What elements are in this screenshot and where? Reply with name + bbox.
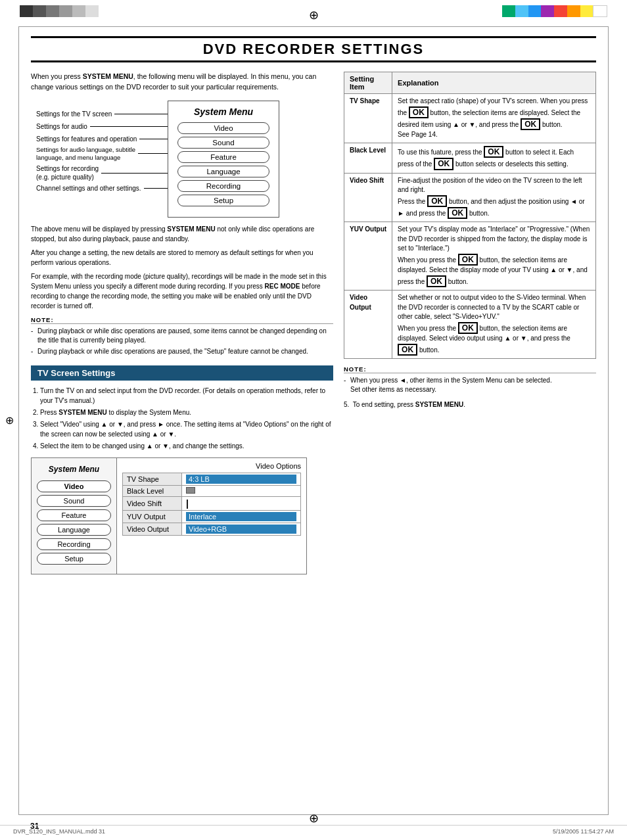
label-language-text: Settings for audio language, subtitlelan… [36, 146, 135, 162]
note-item-1: During playback or while disc operations… [31, 327, 333, 345]
tv-menu2-item-feature: Feature [37, 509, 111, 521]
tvshape-value: 4:3 LB [186, 475, 296, 484]
table-row-tvshape: TV Shape Set the aspect ratio (shape) of… [344, 94, 596, 143]
label-tv-screen: Settings for the TV screen [36, 110, 168, 118]
step-4: Select the item to be changed using ▲ or… [40, 441, 333, 451]
tv-menu2-item-sound: Sound [37, 495, 111, 507]
table-item-videooutput: VideoOutput [344, 291, 392, 359]
note-item-2: During playback or while disc operations… [31, 347, 333, 356]
option-val-tvshape: 4:3 LB [182, 473, 301, 485]
table-row-videooutput: VideoOutput Set whether or not to output… [344, 291, 596, 359]
option-label-videoout: Video Output [123, 523, 182, 535]
right-note-section: NOTE: When you press ◄, other items in t… [344, 365, 596, 394]
option-val-videoshift: | [182, 496, 301, 510]
ok-btn-10: OK [398, 344, 417, 356]
menu-item-sound: Sound [177, 137, 269, 149]
right-note-title: NOTE: [344, 365, 596, 373]
label-channel-line [144, 188, 168, 189]
footer-right: 5/19/2005 11:54:27 AM [553, 828, 614, 835]
tv-menu2-item-setup: Setup [37, 553, 111, 565]
reg-mark-left: ⊕ [5, 414, 14, 427]
reg-mark-bottom: ⊕ [309, 811, 319, 826]
ok-btn-8: OK [427, 275, 446, 287]
ok-btn-6: OK [448, 207, 467, 219]
table-row-blacklevel: Black Level To use this fuature, press t… [344, 143, 596, 173]
label-audio-line [90, 126, 168, 127]
option-row-videoout: Video Output Video+RGB [123, 523, 301, 535]
table-row-yuv: YUV Output Set your TV's display mode as… [344, 222, 596, 291]
menu-item-feature: Feature [177, 151, 269, 163]
grayscale-bar [20, 5, 99, 17]
ok-btn-7: OK [458, 254, 478, 266]
option-label-blacklevel: Black Level [123, 485, 182, 496]
body-para-2: After you change a setting, the new deta… [31, 248, 333, 268]
option-row-blacklevel: Black Level [123, 485, 301, 496]
menu-item-video: Video [177, 122, 269, 134]
label-tv-screen-text: Settings for the TV screen [36, 110, 112, 118]
tv-menu-left: System Menu Video Sound Feature Language… [32, 458, 117, 574]
tv-menu2-item-recording: Recording [37, 538, 111, 550]
option-row-tvshape: TV Shape 4:3 LB [123, 473, 301, 485]
system-menu-box: System Menu Video Sound Feature Language… [168, 101, 279, 218]
tv-screen-menu-wrapper: System Menu Video Sound Feature Language… [31, 457, 307, 574]
table-exp-videoshift: Fine-adjust the position of the video on… [392, 173, 596, 222]
note-title-1: NOTE: [31, 316, 333, 324]
right-column: Setting Item Explanation TV Shape Set th… [344, 72, 596, 574]
label-tv-screen-line [114, 114, 168, 114]
page-title: DVD RECORDER SETTINGS [31, 36, 596, 62]
label-features-text: Settings for features and operation [36, 135, 137, 143]
label-channel-text: Channel settings and other settings. [36, 184, 141, 193]
main-content: When you press SYSTEM MENU, the followin… [31, 72, 596, 574]
label-language-line [138, 153, 168, 154]
label-recording-line [101, 173, 168, 174]
label-audio: Settings for audio [36, 122, 168, 131]
ok-btn-2: OK [521, 118, 540, 130]
right-note-item-1: When you press ◄, other items in the Sys… [344, 376, 596, 394]
label-recording: Settings for recording(e.g. picture qual… [36, 164, 168, 181]
video-options-title: Video Options [122, 462, 301, 470]
label-features-line [139, 139, 168, 139]
step5-text: 5. To end setting, press SYSTEM MENU. [344, 400, 596, 409]
ok-btn-4: OK [434, 158, 453, 170]
tv-menu2-item-video: Video [37, 480, 111, 492]
menu-item-setup: Setup [177, 195, 269, 206]
table-exp-tvshape: Set the aspect ratio (shape) of your TV'… [392, 94, 596, 143]
body-para-3: For example, with the recording mode (pi… [31, 271, 333, 311]
menu-item-language: Language [177, 166, 269, 177]
table-row-videoshift: Video Shift Fine-adjust the position of … [344, 173, 596, 222]
footer-left: DVR_S120_INS_MANUAL.mdd 31 [13, 828, 105, 835]
label-audio-text: Settings for audio [36, 122, 87, 131]
col-header-setting: Setting Item [344, 72, 392, 94]
label-channel: Channel settings and other settings. [36, 184, 168, 193]
page-border: DVD RECORDER SETTINGS When you press SYS… [18, 26, 609, 815]
option-val-yuv: Interlace [182, 510, 301, 523]
tv-menu2-title: System Menu [37, 465, 111, 474]
table-item-blacklevel: Black Level [344, 143, 392, 173]
note-section-1: NOTE: During playback or while disc oper… [31, 316, 333, 356]
color-bar [502, 5, 607, 17]
menu-box-title: System Menu [177, 106, 269, 117]
intro-text: When you press SYSTEM MENU, the followin… [31, 72, 333, 93]
system-menu-ref1: SYSTEM MENU [83, 72, 133, 80]
table-exp-yuv: Set your TV's display mode as "Interlace… [392, 222, 596, 291]
option-val-videoout: Video+RGB [182, 523, 301, 535]
ok-btn-3: OK [484, 146, 503, 158]
step-3: Select "Video" using ▲ or ▼, and press ►… [40, 419, 333, 439]
step-2: Press SYSTEM MENU to display the System … [40, 408, 333, 417]
label-recording-text: Settings for recording(e.g. picture qual… [36, 164, 99, 181]
option-row-yuv: YUV Output Interlace [123, 510, 301, 523]
options-table: TV Shape 4:3 LB Black Level Video Shift … [122, 473, 301, 536]
ok-btn-5: OK [427, 195, 447, 207]
step-1: Turn the TV on and select input from the… [40, 386, 333, 406]
label-language: Settings for audio language, subtitlelan… [36, 146, 168, 162]
videoout-value: Video+RGB [186, 525, 296, 534]
menu-item-recording: Recording [177, 180, 269, 192]
col-header-explanation: Explanation [392, 72, 596, 94]
table-exp-blacklevel: To use this fuature, press the OK button… [392, 143, 596, 173]
table-item-yuv: YUV Output [344, 222, 392, 291]
option-label-tvshape: TV Shape [123, 473, 182, 485]
ok-btn-1: OK [409, 106, 429, 118]
body-para-1: The above menu will be displayed by pres… [31, 224, 333, 244]
tv-menu2-item-language: Language [37, 524, 111, 536]
diagram-labels: Settings for the TV screen Settings for … [36, 101, 168, 193]
